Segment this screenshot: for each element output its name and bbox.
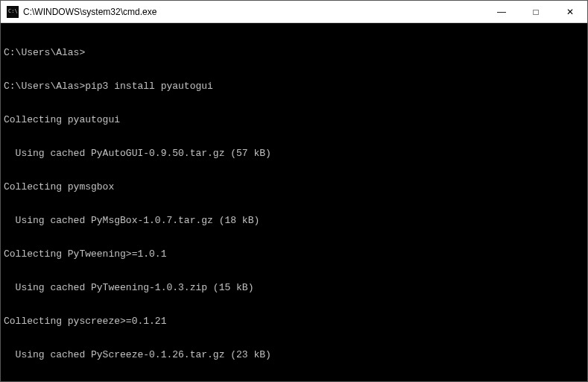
window-controls: — □ ✕ [484, 1, 587, 22]
output-line: C:\Users\Alas> [4, 47, 584, 58]
svg-text:C:\: C:\ [8, 8, 18, 14]
output-line: Collecting pyscreeze>=0.1.21 [4, 316, 584, 327]
output-line: Using cached PyAutoGUI-0.9.50.tar.gz (57… [4, 148, 584, 159]
output-line: Collecting pyautogui [4, 114, 584, 125]
cmd-window: C:\ C:\WINDOWS\system32\cmd.exe — □ ✕ C:… [0, 0, 588, 382]
window-title: C:\WINDOWS\system32\cmd.exe [23, 7, 484, 17]
output-line: Collecting PyTweening>=1.0.1 [4, 248, 584, 260]
terminal-output[interactable]: C:\Users\Alas> C:\Users\Alas>pip3 instal… [1, 23, 587, 381]
output-line: C:\Users\Alas>pip3 install pyautogui [4, 81, 584, 92]
output-line: Collecting pymsgbox [4, 181, 584, 192]
close-button[interactable]: ✕ [553, 1, 587, 22]
titlebar[interactable]: C:\ C:\WINDOWS\system32\cmd.exe — □ ✕ [1, 1, 587, 23]
output-line: Using cached PyScreeze-0.1.26.tar.gz (23… [4, 349, 584, 360]
output-line: Using cached PyTweening-1.0.3.zip (15 kB… [4, 282, 584, 293]
maximize-button[interactable]: □ [519, 1, 553, 22]
cmd-icon: C:\ [7, 6, 19, 18]
output-line: Using cached PyMsgBox-1.0.7.tar.gz (18 k… [4, 215, 584, 226]
minimize-button[interactable]: — [484, 1, 519, 22]
